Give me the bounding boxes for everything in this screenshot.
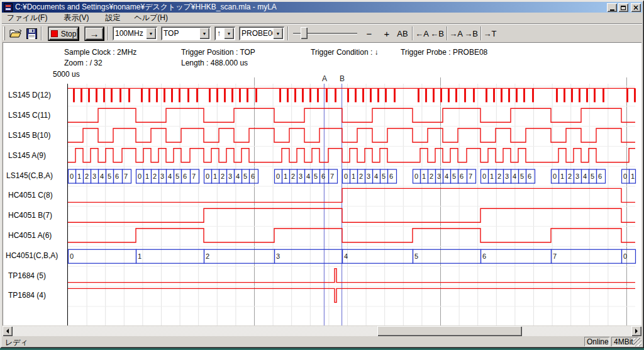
title-bar: C:¥Documents and Settings¥noname¥デスクトップ¥… [2, 2, 642, 13]
move-left-to-b-button[interactable]: ←B [430, 26, 445, 40]
zoom-out-button[interactable]: − [363, 26, 375, 40]
cursor-b-label: B [338, 74, 347, 83]
scroll-left-button[interactable] [3, 326, 13, 336]
close-icon: × [633, 4, 639, 11]
status-bar: レディ Online 4MBit [2, 337, 642, 347]
channel-label-hc4051-b: HC4051 B(7) [8, 211, 52, 220]
menu-help[interactable]: ヘルプ(H) [129, 12, 173, 24]
channel-label-ls145-a: LS145 A(9) [8, 151, 46, 160]
waveform-client-area [3, 42, 641, 325]
toolbar: Stop → 100MHz ▼ TOP ▼ ↑ ▼ PROBE00 ▼ − + … [2, 23, 642, 42]
app-icon[interactable] [4, 3, 13, 12]
zoom-info: Zoom : / 32 [64, 59, 103, 67]
sample-clock-info: Sample Clock : 2MHz [64, 48, 136, 57]
channel-label-tp1684-4: TP1684 (4) [8, 291, 46, 300]
channel-label-hc4051-c: HC4051 C(8) [8, 191, 53, 200]
trigger-edge-combo[interactable]: ↑ ▼ [214, 26, 235, 40]
trigger-position-info: Trigger Position : TOP [181, 48, 255, 57]
minimize-icon [610, 9, 614, 11]
window-title: C:¥Documents and Settings¥noname¥デスクトップ¥… [15, 2, 277, 13]
channel-label-ls145-c: LS145 C(11) [8, 111, 50, 120]
dropdown-arrow-icon[interactable]: ▼ [273, 28, 283, 39]
maximize-icon [621, 6, 626, 10]
trigger-edge-value: ↑ [214, 29, 224, 38]
save-file-button[interactable] [25, 26, 38, 40]
minimize-button[interactable] [607, 3, 617, 12]
open-folder-icon [9, 28, 22, 38]
toolbar-separator [447, 26, 448, 40]
run-arrow-icon: → [90, 28, 99, 39]
toolbar-separator [108, 26, 109, 40]
menu-file[interactable]: ファイル(F) [2, 12, 52, 24]
floppy-disk-icon [26, 28, 37, 39]
menu-settings[interactable]: 設定 [100, 12, 125, 24]
toolbar-separator [412, 26, 413, 40]
sample-clock-value: 100MHz [113, 29, 146, 38]
toolbar-separator [41, 26, 42, 40]
menu-view[interactable]: 表示(V) [58, 12, 94, 24]
trigger-probe-combo[interactable]: PROBE00 ▼ [239, 26, 284, 40]
toolbar-grip [3, 26, 5, 40]
move-left-to-a-button[interactable]: ←A [414, 26, 430, 40]
go-to-trigger-button[interactable]: →T [482, 26, 497, 40]
channel-label-ls145-bus: LS145(C,B,A) [6, 171, 53, 180]
status-online-badge: Online [584, 337, 609, 346]
dropdown-arrow-icon[interactable]: ▼ [146, 28, 156, 39]
zoom-in-button[interactable]: + [380, 26, 393, 40]
open-file-button[interactable] [9, 26, 23, 40]
channel-label-hc4051-a: HC4051 A(6) [8, 231, 52, 240]
scroll-right-icon [635, 329, 640, 334]
move-right-to-a-button[interactable]: →A [448, 26, 464, 40]
channel-label-ls145-b: LS145 B(10) [8, 131, 50, 140]
ab-button[interactable]: AB [395, 26, 410, 40]
stop-label: Stop [61, 30, 77, 38]
trigger-probe-info: Trigger Probe : PROBE08 [401, 48, 487, 57]
stop-button[interactable]: Stop [48, 26, 79, 41]
trigger-condition-info: Trigger Condition : ↓ [311, 48, 379, 57]
division-label: 5000 us [53, 70, 80, 79]
status-ready-text: レディ [5, 337, 28, 348]
channel-label-hc4051-bus: HC4051(C,B,A) [6, 251, 58, 260]
maximize-button[interactable] [618, 3, 628, 12]
dropdown-arrow-icon[interactable]: ▼ [199, 28, 209, 39]
trigger-probe-value: PROBE00 [239, 29, 273, 38]
menu-bar: ファイル(F) 表示(V) 設定 ヘルプ(H) [2, 13, 642, 23]
channel-label-ls145-d: LS145 D(12) [8, 91, 51, 99]
length-info: Length : 488.000 us [181, 59, 248, 67]
cursor-a-label: A [320, 74, 329, 83]
run-button[interactable]: → [84, 26, 104, 41]
trigger-position-combo[interactable]: TOP ▼ [161, 26, 211, 40]
trigger-position-value: TOP [161, 29, 199, 38]
stop-icon [51, 30, 58, 37]
scroll-right-button[interactable] [631, 326, 641, 336]
zoom-slider-handle[interactable] [301, 27, 308, 39]
resize-grip[interactable] [633, 338, 641, 346]
sample-clock-combo[interactable]: 100MHz ▼ [113, 26, 157, 40]
close-button[interactable]: × [631, 3, 641, 12]
horizontal-scrollbar[interactable] [3, 326, 641, 336]
app-window: C:¥Documents and Settings¥noname¥デスクトップ¥… [0, 0, 644, 348]
scroll-left-icon [4, 329, 9, 334]
toolbar-separator [480, 26, 482, 40]
move-right-to-b-button[interactable]: →B [464, 26, 479, 40]
scrollbar-thumb[interactable] [377, 326, 522, 336]
toolbar-separator [287, 26, 289, 40]
dropdown-arrow-icon[interactable]: ▼ [224, 28, 234, 39]
channel-label-tp1684-5: TP1684 (5) [8, 271, 46, 280]
